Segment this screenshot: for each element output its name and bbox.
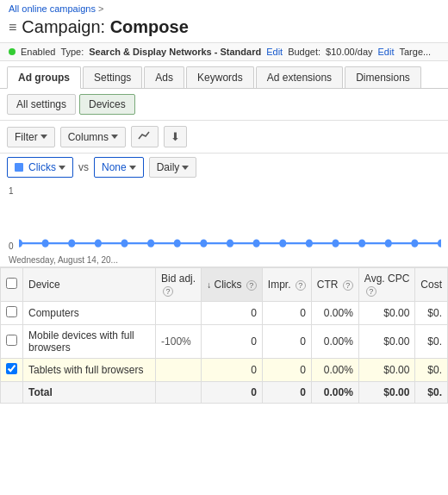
tab-settings[interactable]: Settings <box>83 66 142 88</box>
type-value: Search & Display Networks - Standard <box>89 47 261 57</box>
table-row: Computers 0 0 0.00% $0.00 $0. <box>1 302 448 325</box>
subtab-all-settings[interactable]: All settings <box>7 94 76 115</box>
row-clicks: 0 <box>202 359 263 382</box>
svg-point-13 <box>332 240 339 248</box>
svg-point-1 <box>19 240 22 248</box>
avg-cpc-help-icon[interactable]: ? <box>366 286 376 297</box>
ctr-help-icon[interactable]: ? <box>343 280 353 291</box>
total-cost: $0. <box>415 382 448 404</box>
chart-date-label: Wednesday, August 14, 20... <box>9 255 118 265</box>
download-icon: ⬇ <box>171 130 180 143</box>
svg-point-4 <box>95 240 102 248</box>
row-ctr: 0.00% <box>311 359 358 382</box>
header-device: Device <box>23 268 156 302</box>
header-bid-adj: Bid adj. ? <box>156 268 202 302</box>
bid-adj-help-icon[interactable]: ? <box>163 286 173 297</box>
clicks-help-icon[interactable]: ? <box>246 280 257 291</box>
tab-ads[interactable]: Ads <box>144 66 184 88</box>
row-ctr: 0.00% <box>311 302 358 325</box>
row-device: Tablets with full browsers <box>23 359 156 382</box>
status-indicator <box>9 48 16 55</box>
svg-point-5 <box>121 240 128 248</box>
sort-desc-icon: ↓ <box>207 280 211 290</box>
row-avg-cpc: $0.00 <box>358 325 414 359</box>
svg-point-7 <box>174 240 181 248</box>
row-checkbox-cell <box>1 359 23 382</box>
svg-point-11 <box>279 240 286 248</box>
metric1-caret-icon <box>59 166 65 170</box>
period-button[interactable]: Daily <box>149 157 197 178</box>
target-text: Targe... <box>399 47 431 57</box>
budget-value: $10.00/day <box>326 47 372 57</box>
row-avg-cpc: $0.00 <box>358 359 414 382</box>
type-label: Type: <box>60 47 84 57</box>
row-ctr: 0.00% <box>311 325 358 359</box>
campaign-icon: ≡ <box>9 20 16 35</box>
total-label: Total <box>23 382 156 404</box>
tab-ad-extensions[interactable]: Ad extensions <box>256 66 343 88</box>
breadcrumb-link[interactable]: All online campaigns <box>9 3 96 14</box>
line-chart-icon <box>138 130 152 141</box>
chart-area: 1 0 Wednesday, August 14, 20... <box>0 181 448 267</box>
download-button[interactable]: ⬇ <box>164 126 187 147</box>
row-checkbox[interactable] <box>6 335 17 346</box>
row-cost: $0. <box>415 325 448 359</box>
columns-button[interactable]: Columns <box>60 127 126 147</box>
header-cost: Cost <box>415 268 448 302</box>
edit-type-link[interactable]: Edit <box>266 47 283 57</box>
metric2-label: None <box>102 161 127 173</box>
row-checkbox[interactable] <box>6 306 17 317</box>
vs-label: vs <box>78 161 89 173</box>
row-cost: $0. <box>415 359 448 382</box>
data-table-wrap: Device Bid adj. ? ↓ Clicks ? Impr. ? CTR <box>0 267 448 404</box>
table-row: Mobile devices with full browsers -100% … <box>1 325 448 359</box>
metric2-caret-icon <box>129 166 136 170</box>
chart-toggle-button[interactable] <box>131 126 159 147</box>
row-impr: 0 <box>262 325 311 359</box>
metric1-color-swatch <box>15 163 23 172</box>
svg-point-14 <box>358 240 365 248</box>
metric1-button[interactable]: Clicks <box>7 157 73 178</box>
row-impr: 0 <box>262 302 311 325</box>
svg-point-17 <box>438 240 441 248</box>
data-table: Device Bid adj. ? ↓ Clicks ? Impr. ? CTR <box>0 267 448 404</box>
row-checkbox[interactable] <box>6 363 17 374</box>
period-label: Daily <box>157 161 180 173</box>
svg-point-3 <box>68 240 75 248</box>
total-bid-adj <box>156 382 202 404</box>
row-bid-adj <box>156 359 202 382</box>
table-header-row: Device Bid adj. ? ↓ Clicks ? Impr. ? CTR <box>1 268 448 302</box>
row-device: Computers <box>23 302 156 325</box>
header-avg-cpc: Avg. CPC ? <box>358 268 414 302</box>
row-clicks: 0 <box>202 302 263 325</box>
total-impr: 0 <box>262 382 311 404</box>
breadcrumb: All online campaigns > <box>0 0 448 16</box>
tab-keywords[interactable]: Keywords <box>186 66 254 88</box>
total-clicks: 0 <box>202 382 263 404</box>
header-clicks[interactable]: ↓ Clicks ? <box>202 268 263 302</box>
metric2-button[interactable]: None <box>94 157 144 178</box>
filter-button[interactable]: Filter <box>7 127 55 147</box>
subtabs: All settings Devices <box>0 89 448 121</box>
row-checkbox-cell <box>1 302 23 325</box>
main-tabs: Ad groups Settings Ads Keywords Ad exten… <box>0 61 448 89</box>
svg-point-10 <box>253 240 260 248</box>
edit-budget-link[interactable]: Edit <box>378 47 395 57</box>
total-checkbox-cell <box>1 382 23 404</box>
svg-point-16 <box>411 240 418 248</box>
subtab-devices[interactable]: Devices <box>79 94 135 115</box>
tab-dimensions[interactable]: Dimensions <box>345 66 421 88</box>
svg-point-9 <box>227 240 233 248</box>
svg-point-2 <box>42 240 49 248</box>
chart-y-top: 1 <box>9 186 14 196</box>
period-caret-icon <box>182 166 189 170</box>
row-checkbox-cell <box>1 325 23 359</box>
select-all-checkbox[interactable] <box>6 278 17 289</box>
svg-point-8 <box>200 240 207 248</box>
tab-ad-groups[interactable]: Ad groups <box>7 66 81 89</box>
breadcrumb-separator: > <box>98 3 103 14</box>
impr-help-icon[interactable]: ? <box>296 280 306 291</box>
row-bid-adj <box>156 302 202 325</box>
page-title-row: ≡ Campaign: Compose <box>0 16 448 42</box>
toolbar: Filter Columns ⬇ <box>0 121 448 154</box>
